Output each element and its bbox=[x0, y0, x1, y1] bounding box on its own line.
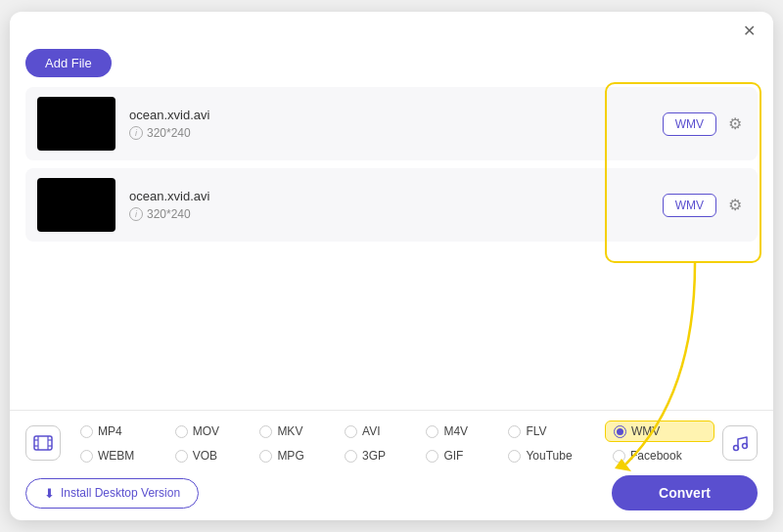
info-icon-1: i bbox=[129, 126, 143, 140]
settings-button-2[interactable]: ⚙ bbox=[724, 192, 746, 218]
format-option-facebook[interactable]: Facebook bbox=[605, 446, 714, 466]
format-label-mp4: MP4 bbox=[98, 424, 122, 438]
format-option-avi[interactable]: AVI bbox=[337, 421, 418, 441]
format-label-mkv: MKV bbox=[277, 424, 302, 438]
format-badge-2[interactable]: WMV bbox=[663, 194, 716, 217]
format-label-youtube: YouTube bbox=[526, 449, 572, 463]
toolbar: Add File bbox=[10, 45, 773, 87]
format-badge-1[interactable]: WMV bbox=[663, 112, 716, 136]
format-option-vob[interactable]: VOB bbox=[167, 446, 253, 466]
file-resolution-2: 320*240 bbox=[147, 207, 191, 221]
radio-flv bbox=[508, 425, 521, 438]
music-note-icon bbox=[730, 433, 750, 453]
format-option-webm[interactable]: WEBM bbox=[72, 446, 167, 466]
format-option-mpg[interactable]: MPG bbox=[252, 446, 337, 466]
file-list: ocean.xvid.avi i 320*240 WMV ⚙ ocean.xvi… bbox=[10, 87, 773, 410]
radio-3gp bbox=[345, 450, 357, 463]
format-label-3gp: 3GP bbox=[362, 449, 386, 463]
format-label-mov: MOV bbox=[193, 424, 219, 438]
format-option-gif[interactable]: GIF bbox=[418, 446, 500, 466]
format-grid: MP4 MOV MKV AVI M4V bbox=[72, 421, 714, 466]
format-label-avi: AVI bbox=[362, 424, 380, 438]
format-label-mpg: MPG bbox=[277, 449, 303, 463]
format-label-webm: WEBM bbox=[98, 449, 134, 463]
file-resolution-1: 320*240 bbox=[147, 126, 191, 140]
convert-button[interactable]: Convert bbox=[612, 475, 758, 510]
audio-format-icon[interactable] bbox=[722, 425, 758, 461]
file-item-1: ocean.xvid.avi i 320*240 WMV ⚙ bbox=[25, 87, 758, 160]
svg-point-9 bbox=[743, 444, 748, 449]
file-meta-2: i 320*240 bbox=[129, 207, 663, 221]
file-name-1: ocean.xvid.avi bbox=[129, 108, 663, 122]
title-bar: ✕ bbox=[10, 12, 773, 45]
radio-wmv bbox=[614, 425, 626, 438]
film-icon bbox=[33, 433, 53, 453]
format-option-mkv[interactable]: MKV bbox=[252, 421, 337, 441]
file-thumbnail-2 bbox=[37, 178, 115, 232]
radio-mpg bbox=[259, 450, 272, 463]
close-button[interactable]: ✕ bbox=[739, 22, 760, 41]
svg-rect-1 bbox=[34, 436, 52, 450]
radio-gif bbox=[426, 450, 438, 463]
format-option-flv[interactable]: FLV bbox=[500, 421, 605, 441]
format-selector: MP4 MOV MKV AVI M4V bbox=[25, 421, 758, 466]
format-label-flv: FLV bbox=[526, 424, 546, 438]
format-option-m4v[interactable]: M4V bbox=[418, 421, 500, 441]
format-option-mov[interactable]: MOV bbox=[167, 421, 253, 441]
svg-point-8 bbox=[734, 446, 739, 451]
file-info-2: ocean.xvid.avi i 320*240 bbox=[115, 189, 663, 221]
file-actions-1: WMV ⚙ bbox=[663, 111, 746, 137]
format-option-mp4[interactable]: MP4 bbox=[72, 421, 167, 441]
bottom-actions: ⬇ Install Desktop Version Convert bbox=[25, 475, 758, 510]
format-label-wmv: WMV bbox=[631, 424, 660, 438]
radio-mov bbox=[175, 425, 188, 438]
format-label-m4v: M4V bbox=[443, 424, 468, 438]
install-desktop-button[interactable]: ⬇ Install Desktop Version bbox=[25, 478, 199, 509]
file-name-2: ocean.xvid.avi bbox=[129, 189, 663, 203]
radio-mkv bbox=[259, 425, 272, 438]
format-option-youtube[interactable]: YouTube bbox=[500, 446, 605, 466]
add-file-button[interactable]: Add File bbox=[25, 49, 112, 77]
radio-m4v bbox=[426, 425, 438, 438]
format-label-facebook: Facebook bbox=[630, 449, 682, 463]
format-option-wmv[interactable]: WMV bbox=[605, 421, 714, 442]
bottom-panel: MP4 MOV MKV AVI M4V bbox=[10, 410, 773, 520]
format-option-3gp[interactable]: 3GP bbox=[337, 446, 418, 466]
file-info-1: ocean.xvid.avi i 320*240 bbox=[115, 108, 663, 140]
format-label-gif: GIF bbox=[443, 449, 463, 463]
radio-avi bbox=[345, 425, 357, 438]
radio-vob bbox=[175, 450, 188, 463]
radio-mp4 bbox=[80, 425, 93, 438]
install-label: Install Desktop Version bbox=[61, 486, 180, 500]
file-thumbnail-1 bbox=[37, 97, 115, 151]
video-format-icon[interactable] bbox=[25, 425, 61, 461]
settings-button-1[interactable]: ⚙ bbox=[724, 111, 746, 137]
format-label-vob: VOB bbox=[193, 449, 217, 463]
download-icon: ⬇ bbox=[44, 486, 55, 501]
file-actions-2: WMV ⚙ bbox=[663, 192, 746, 218]
info-icon-2: i bbox=[129, 207, 143, 221]
file-item-2: ocean.xvid.avi i 320*240 WMV ⚙ bbox=[25, 168, 758, 242]
file-meta-1: i 320*240 bbox=[129, 126, 663, 140]
radio-youtube bbox=[508, 450, 521, 463]
radio-facebook bbox=[613, 450, 625, 463]
radio-webm bbox=[80, 450, 93, 463]
main-window: ✕ Add File ocean.xvid.avi i 320*240 WMV … bbox=[10, 12, 773, 520]
